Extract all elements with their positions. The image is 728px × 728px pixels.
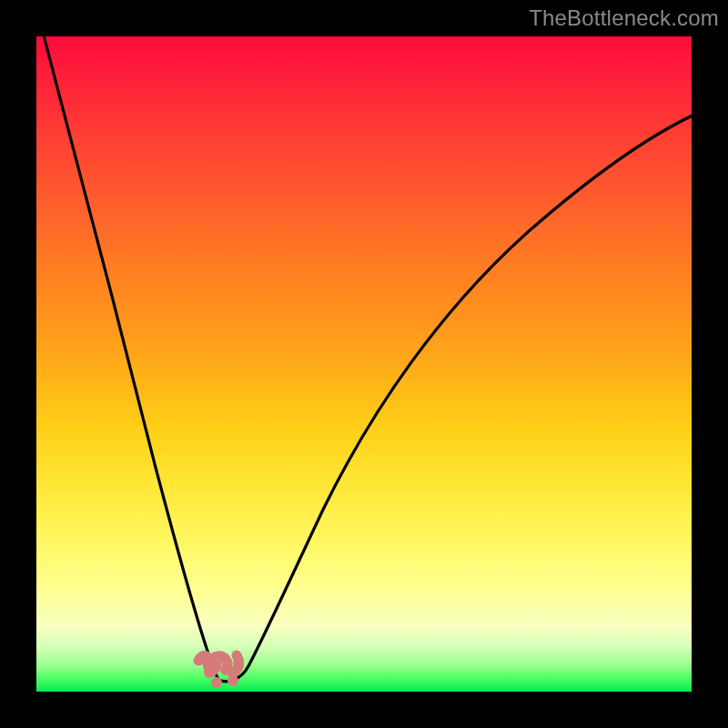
svg-point-2 — [211, 677, 222, 688]
svg-point-4 — [228, 675, 238, 686]
svg-point-5 — [233, 659, 244, 670]
outer-frame: TheBottleneck.com — [0, 0, 728, 728]
chart-area — [36, 36, 692, 692]
curve-path — [39, 36, 692, 682]
svg-point-1 — [204, 667, 215, 678]
svg-point-3 — [220, 664, 231, 675]
valley-knot-icon — [195, 654, 244, 688]
bottleneck-curve — [36, 36, 692, 692]
watermark-text: TheBottleneck.com — [529, 5, 719, 31]
svg-point-0 — [195, 654, 206, 665]
